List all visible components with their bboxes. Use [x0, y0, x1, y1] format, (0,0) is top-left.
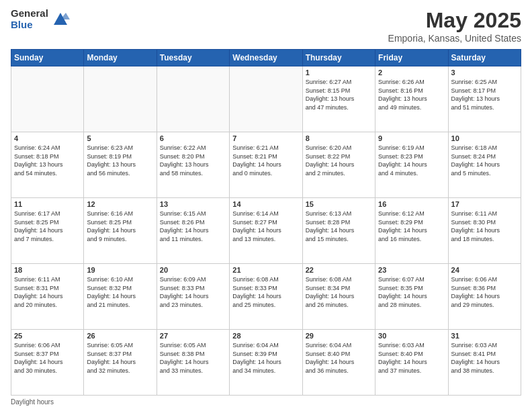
day-number: 8: [306, 134, 372, 142]
day-info: Sunrise: 6:10 AM Sunset: 8:32 PM Dayligh…: [87, 275, 153, 309]
calendar-cell: 3Sunrise: 6:25 AM Sunset: 8:17 PM Daylig…: [448, 66, 521, 132]
day-info: Sunrise: 6:24 AM Sunset: 8:18 PM Dayligh…: [14, 144, 81, 177]
day-info: Sunrise: 6:08 AM Sunset: 8:33 PM Dayligh…: [232, 275, 299, 309]
day-number: 12: [87, 200, 153, 208]
calendar-cell: 21Sunrise: 6:08 AM Sunset: 8:33 PM Dayli…: [230, 264, 302, 330]
header-row: SundayMondayTuesdayWednesdayThursdayFrid…: [11, 50, 521, 66]
day-number: 2: [378, 68, 445, 77]
day-number: 17: [451, 200, 518, 208]
day-header-friday: Friday: [375, 50, 448, 66]
calendar-cell: 24Sunrise: 6:06 AM Sunset: 8:36 PM Dayli…: [448, 264, 521, 330]
day-number: 23: [378, 266, 445, 274]
day-info: Sunrise: 6:18 AM Sunset: 8:24 PM Dayligh…: [451, 144, 518, 177]
day-number: 14: [232, 200, 299, 208]
day-number: 24: [451, 266, 518, 274]
day-number: 13: [160, 200, 226, 208]
title-block: May 2025 Emporia, Kansas, United States: [388, 8, 521, 44]
day-number: 26: [87, 332, 153, 340]
day-info: Sunrise: 6:05 AM Sunset: 8:37 PM Dayligh…: [87, 341, 153, 375]
day-number: 29: [306, 332, 372, 340]
calendar-cell: 18Sunrise: 6:11 AM Sunset: 8:31 PM Dayli…: [11, 264, 84, 330]
calendar-cell: 29Sunrise: 6:04 AM Sunset: 8:40 PM Dayli…: [302, 330, 375, 396]
calendar-cell: [84, 66, 157, 132]
day-info: Sunrise: 6:11 AM Sunset: 8:30 PM Dayligh…: [451, 210, 518, 243]
day-info: Sunrise: 6:15 AM Sunset: 8:26 PM Dayligh…: [160, 210, 226, 243]
day-info: Sunrise: 6:20 AM Sunset: 8:22 PM Dayligh…: [306, 144, 372, 177]
day-info: Sunrise: 6:13 AM Sunset: 8:28 PM Dayligh…: [306, 210, 372, 243]
day-info: Sunrise: 6:23 AM Sunset: 8:19 PM Dayligh…: [87, 144, 153, 177]
day-number: 27: [160, 332, 226, 340]
footer-note: Daylight hours: [11, 398, 521, 406]
logo-general: General: [11, 8, 48, 19]
calendar-cell: 13Sunrise: 6:15 AM Sunset: 8:26 PM Dayli…: [157, 198, 229, 264]
day-info: Sunrise: 6:26 AM Sunset: 8:16 PM Dayligh…: [378, 78, 445, 111]
calendar-cell: [11, 66, 84, 132]
calendar-cell: [157, 66, 229, 132]
day-info: Sunrise: 6:04 AM Sunset: 8:40 PM Dayligh…: [306, 341, 372, 375]
day-info: Sunrise: 6:05 AM Sunset: 8:38 PM Dayligh…: [160, 341, 226, 375]
day-header-saturday: Saturday: [448, 50, 521, 66]
calendar-cell: 12Sunrise: 6:16 AM Sunset: 8:25 PM Dayli…: [84, 198, 157, 264]
week-row-1: 4Sunrise: 6:24 AM Sunset: 8:18 PM Daylig…: [11, 132, 521, 198]
day-info: Sunrise: 6:12 AM Sunset: 8:29 PM Dayligh…: [378, 210, 445, 243]
header: General Blue May 2025 Emporia, Kansas, U…: [11, 8, 521, 44]
logo-text: General Blue: [11, 8, 48, 30]
day-info: Sunrise: 6:09 AM Sunset: 8:33 PM Dayligh…: [160, 275, 226, 309]
calendar-cell: 4Sunrise: 6:24 AM Sunset: 8:18 PM Daylig…: [11, 132, 84, 198]
calendar-cell: 8Sunrise: 6:20 AM Sunset: 8:22 PM Daylig…: [302, 132, 375, 198]
day-number: 11: [14, 200, 81, 208]
day-info: Sunrise: 6:04 AM Sunset: 8:39 PM Dayligh…: [232, 341, 299, 375]
day-header-sunday: Sunday: [11, 50, 84, 66]
day-number: 4: [14, 134, 81, 142]
calendar-cell: 7Sunrise: 6:21 AM Sunset: 8:21 PM Daylig…: [230, 132, 302, 198]
day-info: Sunrise: 6:03 AM Sunset: 8:40 PM Dayligh…: [378, 341, 445, 375]
calendar-cell: 16Sunrise: 6:12 AM Sunset: 8:29 PM Dayli…: [375, 198, 448, 264]
day-info: Sunrise: 6:08 AM Sunset: 8:34 PM Dayligh…: [306, 275, 372, 309]
calendar-cell: 10Sunrise: 6:18 AM Sunset: 8:24 PM Dayli…: [448, 132, 521, 198]
calendar-cell: 9Sunrise: 6:19 AM Sunset: 8:23 PM Daylig…: [375, 132, 448, 198]
day-number: 18: [14, 266, 81, 274]
day-info: Sunrise: 6:21 AM Sunset: 8:21 PM Dayligh…: [232, 144, 299, 177]
day-number: 22: [306, 266, 372, 274]
day-number: 5: [87, 134, 153, 142]
calendar-cell: 5Sunrise: 6:23 AM Sunset: 8:19 PM Daylig…: [84, 132, 157, 198]
calendar-cell: 6Sunrise: 6:22 AM Sunset: 8:20 PM Daylig…: [157, 132, 229, 198]
calendar-cell: 22Sunrise: 6:08 AM Sunset: 8:34 PM Dayli…: [302, 264, 375, 330]
calendar-cell: 26Sunrise: 6:05 AM Sunset: 8:37 PM Dayli…: [84, 330, 157, 396]
day-number: 7: [232, 134, 299, 142]
day-number: 30: [378, 332, 445, 340]
day-number: 9: [378, 134, 445, 142]
day-header-wednesday: Wednesday: [230, 50, 302, 66]
day-info: Sunrise: 6:17 AM Sunset: 8:25 PM Dayligh…: [14, 210, 81, 243]
day-info: Sunrise: 6:16 AM Sunset: 8:25 PM Dayligh…: [87, 210, 153, 243]
subtitle: Emporia, Kansas, United States: [388, 33, 521, 44]
day-info: Sunrise: 6:07 AM Sunset: 8:35 PM Dayligh…: [378, 275, 445, 309]
day-number: 25: [14, 332, 81, 340]
calendar-cell: 2Sunrise: 6:26 AM Sunset: 8:16 PM Daylig…: [375, 66, 448, 132]
calendar-cell: 20Sunrise: 6:09 AM Sunset: 8:33 PM Dayli…: [157, 264, 229, 330]
calendar-cell: [230, 66, 302, 132]
calendar-cell: 27Sunrise: 6:05 AM Sunset: 8:38 PM Dayli…: [157, 330, 229, 396]
calendar-cell: 17Sunrise: 6:11 AM Sunset: 8:30 PM Dayli…: [448, 198, 521, 264]
day-number: 28: [232, 332, 299, 340]
day-number: 3: [451, 68, 518, 77]
day-number: 21: [232, 266, 299, 274]
week-row-2: 11Sunrise: 6:17 AM Sunset: 8:25 PM Dayli…: [11, 198, 521, 264]
calendar-cell: 1Sunrise: 6:27 AM Sunset: 8:15 PM Daylig…: [302, 66, 375, 132]
calendar-table: SundayMondayTuesdayWednesdayThursdayFrid…: [11, 49, 521, 396]
calendar-cell: 28Sunrise: 6:04 AM Sunset: 8:39 PM Dayli…: [230, 330, 302, 396]
week-row-0: 1Sunrise: 6:27 AM Sunset: 8:15 PM Daylig…: [11, 66, 521, 132]
calendar-cell: 19Sunrise: 6:10 AM Sunset: 8:32 PM Dayli…: [84, 264, 157, 330]
day-header-thursday: Thursday: [302, 50, 375, 66]
day-info: Sunrise: 6:25 AM Sunset: 8:17 PM Dayligh…: [451, 78, 518, 111]
day-info: Sunrise: 6:22 AM Sunset: 8:20 PM Dayligh…: [160, 144, 226, 177]
day-info: Sunrise: 6:19 AM Sunset: 8:23 PM Dayligh…: [378, 144, 445, 177]
calendar-cell: 14Sunrise: 6:14 AM Sunset: 8:27 PM Dayli…: [230, 198, 302, 264]
calendar-cell: 30Sunrise: 6:03 AM Sunset: 8:40 PM Dayli…: [375, 330, 448, 396]
day-number: 15: [306, 200, 372, 208]
day-info: Sunrise: 6:11 AM Sunset: 8:31 PM Dayligh…: [14, 275, 81, 309]
main-title: May 2025: [388, 8, 521, 33]
logo: General Blue: [11, 8, 70, 30]
day-info: Sunrise: 6:06 AM Sunset: 8:36 PM Dayligh…: [451, 275, 518, 309]
week-row-4: 25Sunrise: 6:06 AM Sunset: 8:37 PM Dayli…: [11, 330, 521, 396]
